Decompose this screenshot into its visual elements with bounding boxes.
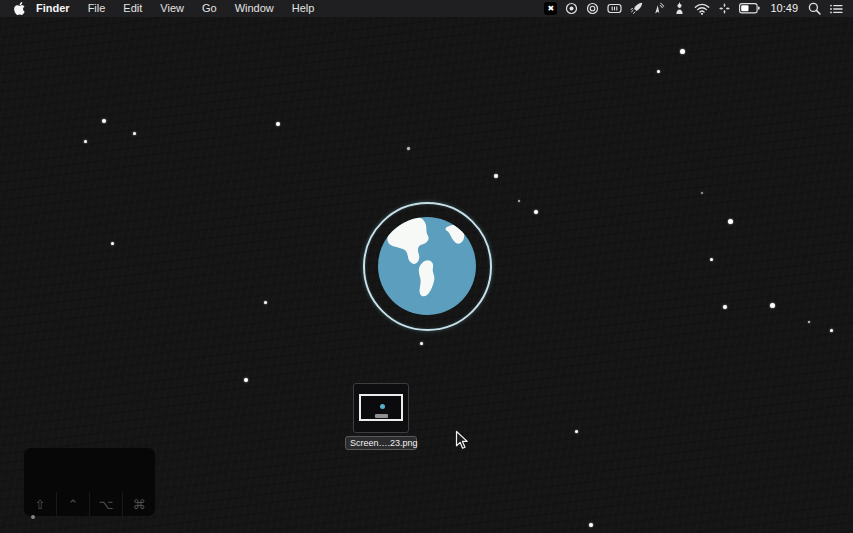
star xyxy=(830,329,833,332)
star xyxy=(84,140,87,143)
robot-icon[interactable] xyxy=(673,0,686,17)
star xyxy=(723,305,727,309)
command-key-symbol: ⌘ xyxy=(122,492,155,516)
rocket-icon[interactable] xyxy=(630,0,643,17)
star xyxy=(534,210,538,214)
satellite-icon[interactable] xyxy=(651,0,665,17)
file-thumbnail[interactable] xyxy=(353,383,409,433)
hud-key-row: ⇧ ⌃ ⌥ ⌘ xyxy=(24,492,155,516)
menu-help[interactable]: Help xyxy=(283,0,324,17)
shift-key-symbol: ⇧ xyxy=(24,492,56,516)
star xyxy=(133,132,136,135)
thumbnail-globe-dot xyxy=(380,404,385,409)
star xyxy=(657,70,660,73)
desktop-file-screenshot[interactable]: Screen….23.png xyxy=(350,383,412,450)
menu-bar: Finder File Edit View Go Window Help ✖ xyxy=(0,0,853,17)
star xyxy=(770,303,775,308)
star xyxy=(701,192,703,194)
menu-go[interactable]: Go xyxy=(193,0,226,17)
star xyxy=(575,430,578,433)
star xyxy=(111,242,114,245)
modifier-keys-hud: ⇧ ⌃ ⌥ ⌘ xyxy=(24,448,155,516)
notification-center-icon[interactable] xyxy=(829,0,843,17)
option-key-symbol: ⌥ xyxy=(89,492,122,516)
star xyxy=(728,219,733,224)
star xyxy=(589,523,593,527)
search-icon[interactable] xyxy=(808,0,821,17)
mouse-cursor xyxy=(455,430,469,450)
star xyxy=(420,342,423,345)
fan-icon[interactable] xyxy=(718,0,731,17)
file-name-label[interactable]: Screen….23.png xyxy=(345,436,417,450)
menu-app-name[interactable]: Finder xyxy=(27,0,79,17)
control-key-symbol: ⌃ xyxy=(56,492,89,516)
star xyxy=(407,147,410,150)
thumbnail-label-strip xyxy=(375,414,388,418)
pinwheel-glyph: ✖ xyxy=(548,2,555,15)
star xyxy=(276,122,280,126)
thumbnail-screenshot-frame xyxy=(359,394,403,421)
pinwheel-app-icon[interactable]: ✖ xyxy=(544,2,557,15)
star xyxy=(518,200,520,202)
star xyxy=(264,301,267,304)
desktop[interactable]: Finder File Edit View Go Window Help ✖ xyxy=(0,0,853,533)
earth-globe xyxy=(378,217,476,315)
display-icon[interactable] xyxy=(607,0,622,17)
menu-edit[interactable]: Edit xyxy=(114,0,151,17)
star xyxy=(808,321,810,323)
timer-icon[interactable] xyxy=(586,0,599,17)
star xyxy=(710,258,713,261)
apple-icon xyxy=(14,2,25,15)
star xyxy=(102,119,106,123)
star xyxy=(680,49,685,54)
menu-window[interactable]: Window xyxy=(226,0,283,17)
menu-view[interactable]: View xyxy=(151,0,193,17)
record-icon[interactable] xyxy=(565,0,578,17)
hud-indicator-dot xyxy=(31,515,35,519)
battery-icon[interactable] xyxy=(739,0,760,17)
menu-bar-clock[interactable]: 10:49 xyxy=(768,0,800,17)
wifi-icon[interactable] xyxy=(694,0,710,17)
star xyxy=(244,378,248,382)
star xyxy=(494,174,498,178)
apple-menu[interactable] xyxy=(14,2,25,15)
menu-file[interactable]: File xyxy=(79,0,115,17)
